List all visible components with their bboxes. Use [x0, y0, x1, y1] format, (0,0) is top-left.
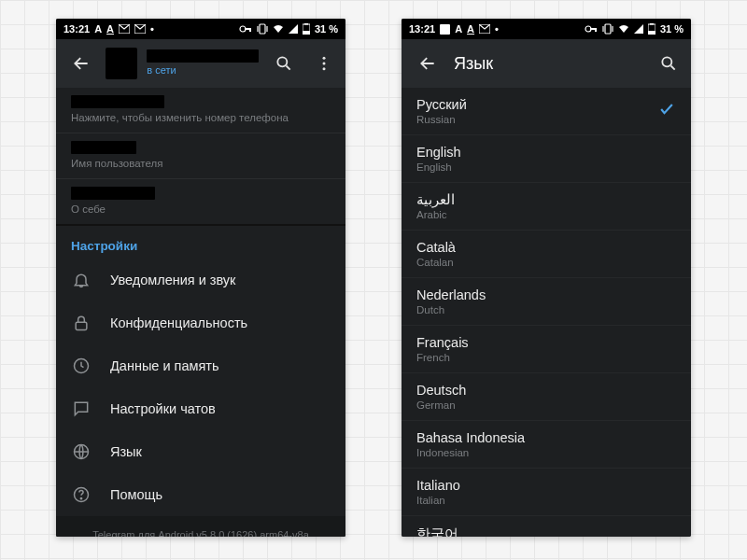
signal-icon [289, 24, 298, 34]
username-hint: Имя пользователя [71, 158, 331, 169]
menu-data[interactable]: Данные и память [56, 344, 345, 387]
username-value-redacted [71, 141, 136, 154]
vibrate-icon [257, 23, 268, 35]
language-sub: Russian [416, 114, 467, 125]
phone-hint: Нажмите, чтобы изменить номер телефона [71, 112, 331, 123]
menu-notifications[interactable]: Уведомления и звук [56, 259, 345, 301]
page-title: Язык [454, 54, 493, 74]
vibrate-icon [602, 23, 613, 35]
settings-screen: 13:21 A A • [56, 19, 345, 537]
language-list[interactable]: РусскийRussianEnglishEnglishالعربيةArabi… [402, 88, 691, 537]
svg-point-11 [323, 63, 326, 65]
search-button[interactable] [268, 47, 299, 80]
search-button[interactable] [652, 47, 685, 80]
menu-label: Язык [110, 444, 142, 459]
language-sub: Dutch [416, 304, 486, 315]
language-item[interactable]: ItalianoItalian [402, 469, 691, 516]
svg-point-12 [323, 67, 326, 70]
svg-rect-18 [440, 24, 450, 35]
battery-icon [648, 23, 655, 35]
menu-help[interactable]: Помощь [56, 473, 345, 516]
language-item[interactable]: РусскийRussian [402, 88, 691, 135]
clock-icon [71, 356, 92, 376]
svg-point-17 [80, 498, 81, 499]
menu-chat-settings[interactable]: Настройки чатов [56, 387, 345, 430]
af-icon: A [94, 23, 102, 35]
menu-label: Помощь [110, 487, 162, 502]
back-button[interactable] [65, 47, 96, 80]
bell-icon [71, 270, 92, 290]
wifi-icon [273, 24, 284, 34]
back-button[interactable] [411, 47, 444, 80]
check-icon [657, 100, 676, 122]
menu-language[interactable]: Язык [56, 430, 345, 473]
svg-rect-5 [260, 24, 265, 34]
status-time: 13:21 [409, 23, 435, 35]
language-name: Bahasa Indonesia [416, 430, 525, 445]
version-footer: Telegram для Android v5.8.0 (1626) arm64… [56, 516, 345, 537]
language-name: Français [416, 335, 469, 350]
status-bar: 13:21 A A • [56, 19, 345, 39]
profile-name-redacted [147, 49, 259, 63]
lock-icon [71, 313, 92, 333]
status-bar: 13:21 A A • [402, 19, 691, 39]
menu-label: Конфиденциальность [110, 315, 247, 330]
language-name: Català [416, 240, 456, 255]
globe-icon [71, 441, 92, 462]
mail-icon-2 [134, 24, 146, 34]
mail-icon [479, 24, 490, 34]
menu-label: Настройки чатов [110, 401, 216, 416]
chat-icon [71, 399, 92, 419]
language-item[interactable]: Bahasa IndonesiaIndonesian [402, 421, 691, 469]
language-item[interactable]: NederlandsDutch [402, 278, 691, 326]
af-icon-2: A [106, 23, 114, 35]
language-item[interactable]: العربيةArabic [402, 183, 691, 231]
avatar[interactable] [106, 48, 137, 79]
more-button[interactable] [309, 47, 340, 80]
language-name: Nederlands [416, 287, 486, 302]
phone-value-redacted [71, 95, 164, 108]
language-item[interactable]: FrançaisFrench [402, 326, 691, 373]
mail-icon [119, 24, 130, 34]
bio-value-redacted [71, 187, 155, 200]
settings-section-title: Настройки [56, 226, 345, 259]
language-sub: Indonesian [416, 447, 525, 458]
language-name: Deutsch [416, 383, 466, 398]
more-dot-icon: • [495, 23, 499, 35]
username-field[interactable]: Имя пользователя [56, 133, 345, 179]
language-screen: 13:21 A A • [402, 19, 691, 537]
language-item[interactable]: DeutschGerman [402, 373, 691, 421]
language-item[interactable]: EnglishEnglish [402, 135, 691, 183]
language-sub: Catalan [416, 257, 456, 268]
af-icon: A [455, 23, 462, 35]
app-bar: Язык [402, 39, 691, 88]
svg-rect-8 [304, 23, 308, 25]
svg-point-10 [323, 57, 326, 60]
svg-rect-13 [76, 322, 87, 329]
svg-rect-26 [650, 23, 654, 25]
key-icon [585, 24, 598, 34]
svg-rect-4 [249, 28, 251, 32]
language-name: Русский [416, 97, 467, 112]
language-sub: German [416, 399, 466, 411]
language-item[interactable]: 한국어Korean [402, 516, 691, 537]
svg-point-27 [662, 57, 671, 66]
wifi-icon [618, 24, 629, 34]
signal-icon [634, 24, 643, 34]
svg-rect-25 [648, 31, 655, 35]
svg-rect-22 [595, 28, 597, 32]
battery-pct: 31 % [660, 23, 684, 35]
more-dot-icon: • [150, 23, 154, 35]
battery-icon [303, 23, 310, 35]
battery-pct: 31 % [315, 23, 338, 35]
language-name: English [416, 145, 461, 160]
svg-rect-7 [303, 31, 310, 35]
bio-field[interactable]: О себе [56, 179, 345, 224]
language-item[interactable]: CatalàCatalan [402, 231, 691, 278]
question-icon [71, 484, 92, 505]
af-icon-2: A [467, 23, 474, 35]
menu-privacy[interactable]: Конфиденциальность [56, 301, 345, 344]
menu-label: Уведомления и звук [110, 273, 235, 287]
online-status: в сети [147, 64, 259, 77]
phone-field[interactable]: Нажмите, чтобы изменить номер телефона [56, 88, 345, 133]
